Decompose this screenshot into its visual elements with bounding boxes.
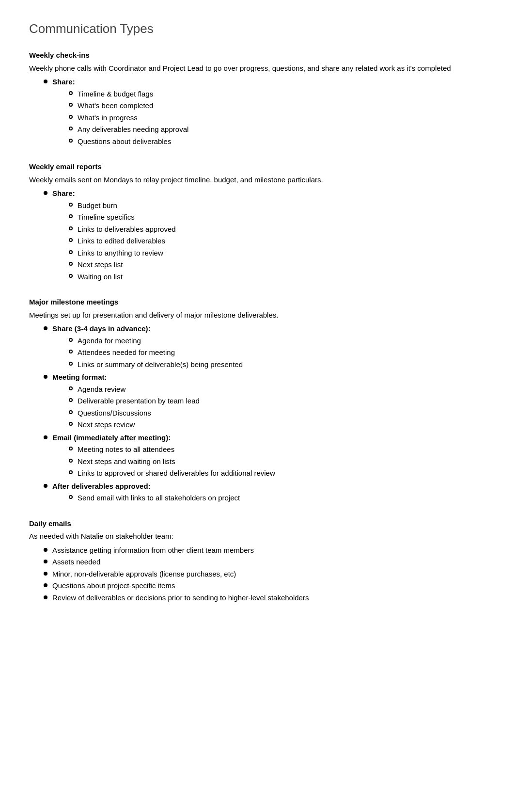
sub-list-item-text: Attendees needed for meeting (78, 347, 175, 358)
list-item-content: Meeting format:Agenda reviewDeliverable … (52, 372, 503, 432)
circle-dot-icon (69, 238, 73, 242)
sub-list-item: Links to anything to review (52, 248, 503, 259)
circle-dot-icon (69, 226, 73, 230)
list-item-content: Email (immediately after meeting):Meetin… (52, 433, 503, 480)
sub-list: Agenda for meetingAttendees needed for m… (52, 336, 503, 370)
sub-list-item-text: Links to deliverables approved (78, 224, 176, 235)
sub-list-item: Any deliverables needing approval (52, 124, 503, 135)
list-item: Share:Budget burnTimeline specificsLinks… (29, 188, 503, 283)
sub-list-item-text: Timeline & budget flags (78, 89, 153, 100)
sub-list-item: Deliverable presentation by team lead (52, 396, 503, 407)
sub-list-item: Agenda review (52, 384, 503, 395)
sections-container: Weekly check-insWeekly phone calls with … (29, 50, 503, 603)
sub-list-item-text: Next steps review (78, 419, 135, 431)
bullet-dot-icon (44, 191, 47, 195)
list-item-content: Minor, non-deliverable approvals (licens… (52, 569, 503, 580)
section-title-major-milestone-meetings: Major milestone meetings (29, 297, 503, 308)
sub-list-item-text: Links to edited deliverables (78, 236, 165, 247)
section-desc-weekly-email-reports: Weekly emails sent on Mondays to relay p… (29, 175, 503, 186)
sub-list-item: Meeting notes to all attendees (52, 444, 503, 455)
list-item: Meeting format:Agenda reviewDeliverable … (29, 372, 503, 432)
list-item-content: After deliverables approved:Send email w… (52, 481, 503, 505)
list-item: Review of deliverables or decisions prio… (29, 593, 503, 604)
list-item: Share (3-4 days in advance):Agenda for m… (29, 323, 503, 371)
list-item-label: Email (immediately after meeting): (52, 433, 171, 442)
sub-list-item-text: Waiting on list (78, 272, 123, 283)
circle-dot-icon (69, 422, 73, 426)
list-item-content: Assistance getting information from othe… (52, 545, 503, 556)
sub-list: Budget burnTimeline specificsLinks to de… (52, 200, 503, 283)
list-item: After deliverables approved:Send email w… (29, 481, 503, 505)
sub-list-item-text: Next steps and waiting on lists (78, 456, 175, 467)
circle-dot-icon (69, 274, 73, 278)
list-item-label: Assistance getting information from othe… (52, 546, 254, 554)
circle-dot-icon (69, 362, 73, 366)
bullet-dot-icon (44, 583, 47, 587)
circle-dot-icon (69, 398, 73, 402)
list-item: Email (immediately after meeting):Meetin… (29, 433, 503, 480)
section-desc-daily-emails: As needed with Natalie on stakeholder te… (29, 531, 503, 542)
sub-list-item-text: Questions/Discussions (78, 408, 151, 419)
circle-dot-icon (69, 214, 73, 218)
section-title-daily-emails: Daily emails (29, 518, 503, 529)
sub-list-item: Attendees needed for meeting (52, 347, 503, 358)
section-major-milestone-meetings: Major milestone meetingsMeetings set up … (29, 297, 503, 505)
sub-list-item-text: Send email with links to all stakeholder… (78, 493, 240, 504)
circle-dot-icon (69, 127, 73, 130)
sub-list-item-text: Timeline specifics (78, 212, 135, 223)
circle-dot-icon (69, 139, 73, 143)
list-item-content: Assets needed (52, 557, 503, 568)
circle-dot-icon (69, 459, 73, 463)
sub-list-item: Agenda for meeting (52, 336, 503, 347)
section-desc-major-milestone-meetings: Meetings set up for presentation and del… (29, 310, 503, 321)
list-item: Assets needed (29, 557, 503, 568)
section-desc-weekly-checkins: Weekly phone calls with Coordinator and … (29, 63, 503, 74)
circle-dot-icon (69, 470, 73, 474)
sub-list-item: Waiting on list (52, 272, 503, 283)
sub-list-item: What's in progress (52, 112, 503, 124)
bullet-dot-icon (44, 560, 47, 563)
list-item-content: Questions about project-specific items (52, 580, 503, 592)
sub-list-item: Links to edited deliverables (52, 236, 503, 247)
sub-list-item-text: Links or summary of deliverable(s) being… (78, 359, 243, 370)
sub-list-item: Questions about deliverables (52, 136, 503, 147)
sub-list-item-text: What's been completed (78, 100, 153, 112)
bullet-list-weekly-email-reports: Share:Budget burnTimeline specificsLinks… (29, 188, 503, 283)
sub-list-item-text: Deliverable presentation by team lead (78, 396, 200, 407)
sub-list: Meeting notes to all attendeesNext steps… (52, 444, 503, 479)
sub-list: Send email with links to all stakeholder… (52, 493, 503, 504)
sub-list-item: Links or summary of deliverable(s) being… (52, 359, 503, 370)
circle-dot-icon (69, 203, 73, 207)
list-item-content: Share:Budget burnTimeline specificsLinks… (52, 188, 503, 283)
sub-list-item: Links to approved or shared deliverables… (52, 468, 503, 479)
sub-list-item: Timeline specifics (52, 212, 503, 223)
sub-list: Agenda reviewDeliverable presentation by… (52, 384, 503, 431)
list-item-label: Questions about project-specific items (52, 581, 175, 590)
bullet-dot-icon (44, 326, 47, 330)
circle-dot-icon (69, 495, 73, 499)
sub-list-item: Send email with links to all stakeholder… (52, 493, 503, 504)
sub-list-item: Links to deliverables approved (52, 224, 503, 235)
circle-dot-icon (69, 350, 73, 353)
circle-dot-icon (69, 103, 73, 107)
sub-list-item: What's been completed (52, 100, 503, 112)
bullet-dot-icon (44, 80, 47, 83)
sub-list-item: Timeline & budget flags (52, 89, 503, 100)
circle-dot-icon (69, 386, 73, 390)
sub-list-item: Budget burn (52, 200, 503, 211)
list-item: Questions about project-specific items (29, 580, 503, 592)
circle-dot-icon (69, 250, 73, 254)
sub-list-item-text: Budget burn (78, 200, 117, 211)
list-item-label: Meeting format: (52, 373, 107, 381)
list-item: Share:Timeline & budget flagsWhat's been… (29, 77, 503, 148)
circle-dot-icon (69, 447, 73, 450)
list-item-label: After deliverables approved: (52, 482, 151, 490)
section-daily-emails: Daily emailsAs needed with Natalie on st… (29, 518, 503, 604)
section-title-weekly-email-reports: Weekly email reports (29, 161, 503, 173)
bullet-list-daily-emails: Assistance getting information from othe… (29, 545, 503, 604)
section-weekly-checkins: Weekly check-insWeekly phone calls with … (29, 50, 503, 148)
list-item-label: Review of deliverables or decisions prio… (52, 593, 309, 602)
bullet-dot-icon (44, 548, 47, 552)
circle-dot-icon (69, 115, 73, 119)
circle-dot-icon (69, 262, 73, 266)
